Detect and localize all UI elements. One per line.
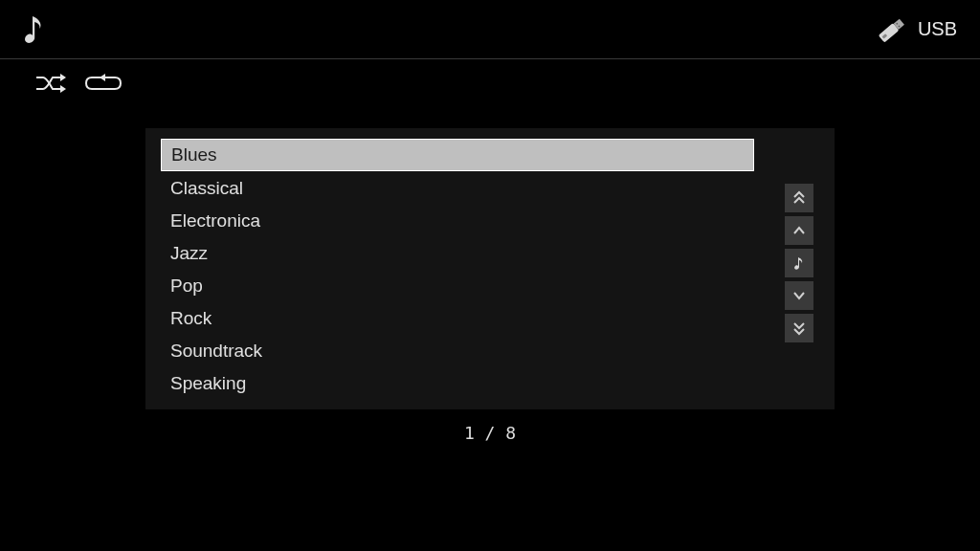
chevron-up-icon (791, 223, 807, 238)
page-up-button[interactable] (785, 184, 813, 212)
nav-column (785, 184, 813, 342)
list-item[interactable]: Rock (161, 302, 754, 335)
chevron-double-up-icon (791, 190, 807, 206)
pager-current: 1 (464, 423, 475, 443)
list-item[interactable]: Speaking (161, 367, 754, 400)
list-item-label: Blues (171, 144, 217, 165)
source-label: USB (918, 18, 957, 40)
page-down-button[interactable] (785, 314, 813, 342)
music-note-icon (23, 12, 48, 47)
music-note-small-icon (792, 255, 806, 271)
header: USB (0, 0, 980, 59)
genre-list: Blues Classical Electronica Jazz Pop Roc… (161, 139, 754, 400)
chevron-double-down-icon (791, 320, 807, 336)
list-item-label: Jazz (170, 243, 208, 264)
chevron-down-icon (791, 288, 807, 303)
header-left (23, 12, 48, 47)
svg-marker-7 (100, 74, 105, 81)
list-item[interactable]: Soundtrack (161, 335, 754, 367)
list-item-label: Speaking (170, 373, 246, 394)
up-button[interactable] (785, 216, 813, 245)
list-item[interactable]: Electronica (161, 205, 754, 237)
list-item[interactable]: Pop (161, 270, 754, 302)
list-item-label: Rock (170, 308, 212, 329)
pager: 1 / 8 (145, 423, 835, 443)
usb-icon (874, 15, 908, 44)
list-item[interactable]: Classical (161, 172, 754, 205)
down-button[interactable] (785, 281, 813, 310)
shuffle-icon[interactable] (34, 73, 69, 94)
pager-total: 8 (505, 423, 516, 443)
list-item-label: Classical (170, 178, 243, 199)
repeat-icon[interactable] (82, 73, 124, 94)
list-item[interactable]: Jazz (161, 237, 754, 270)
list-item[interactable]: Blues (161, 139, 754, 171)
controls-bar (0, 59, 980, 107)
list-item-label: Pop (170, 276, 203, 297)
pager-separator: / (475, 423, 506, 443)
header-right: USB (874, 15, 957, 44)
list-item-label: Electronica (170, 210, 260, 231)
genre-list-panel: Blues Classical Electronica Jazz Pop Roc… (145, 128, 835, 409)
svg-marker-6 (60, 85, 66, 93)
play-button[interactable] (785, 249, 813, 277)
list-item-label: Soundtrack (170, 341, 262, 362)
svg-marker-5 (60, 74, 66, 81)
